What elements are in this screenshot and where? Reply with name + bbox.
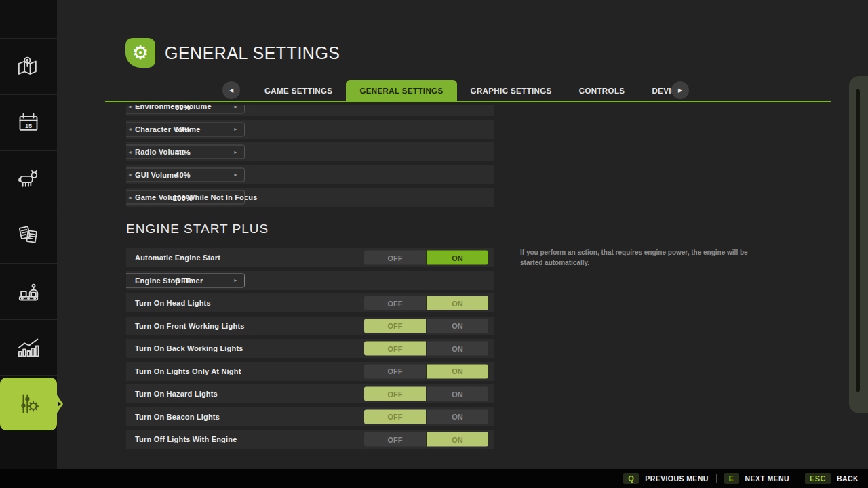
stepper-increase-icon[interactable]: ► — [233, 127, 238, 131]
stepper-value: 40% — [175, 148, 191, 156]
toggle-on-button[interactable]: ON — [427, 342, 488, 356]
toggle-on-button[interactable]: ON — [427, 387, 488, 401]
settings-row: Radio Volume ◄ 40% ► OFF ON — [126, 142, 494, 161]
stepper-control[interactable]: ◄ OFF ► — [126, 273, 245, 287]
chevron-left-icon: ◀ — [229, 87, 233, 94]
tab-bar: GAME SETTINGS GENERAL SETTINGS GRAPHIC S… — [251, 80, 702, 102]
cow-icon — [15, 165, 42, 192]
stepper-decrease-icon[interactable]: ◄ — [127, 195, 132, 200]
sidebar-item-contracts[interactable] — [0, 207, 57, 264]
gear-icon: ⚙ — [132, 42, 149, 64]
stepper-increase-icon[interactable]: ► — [233, 105, 238, 109]
stepper-decrease-icon[interactable]: ◄ — [127, 150, 132, 155]
sidebar: 15 — [0, 0, 57, 469]
footer-hint-label: PREVIOUS MENU — [645, 474, 708, 483]
stepper-control[interactable]: ◄ 60% ► — [126, 105, 245, 114]
toggle-control: OFF ON — [364, 319, 488, 333]
toggle-off-button[interactable]: OFF — [364, 342, 426, 356]
toggle-on-button[interactable]: ON — [427, 432, 488, 447]
settings-row: Turn On Hazard Lights ◄ ► OFF ON — [126, 384, 494, 403]
setting-description: If you perform an action, that requires … — [520, 248, 759, 268]
tab[interactable]: GENERAL SETTINGS — [346, 80, 456, 102]
settings-sliders-gear-icon — [15, 390, 42, 418]
toggle-off-button[interactable]: OFF — [364, 387, 426, 401]
toggle-off-button[interactable]: OFF — [364, 319, 426, 333]
settings-row: Environment Volume ◄ 60% ► OFF ON — [126, 105, 494, 116]
toggle-off-button[interactable]: OFF — [364, 364, 426, 378]
tabs-next-button[interactable]: ▶ — [671, 81, 689, 99]
stepper-decrease-icon[interactable]: ◄ — [127, 127, 132, 131]
stepper-control[interactable]: ◄ 50% ► — [126, 122, 245, 136]
toggle-control: OFF ON — [364, 409, 488, 424]
stepper-control[interactable]: ◄ 100% ► — [126, 190, 245, 205]
stepper-value: 50% — [175, 125, 191, 134]
calendar-icon: 15 — [15, 109, 42, 136]
settings-row: Character Volume ◄ 50% ► OFF ON — [126, 120, 494, 139]
sidebar-item-calendar[interactable]: 15 — [0, 95, 57, 151]
setting-label: Turn Off Lights With Engine — [135, 435, 237, 443]
settings-row: Turn On Back Working Lights ◄ ► OFF ON — [126, 339, 494, 358]
vertical-divider — [511, 110, 511, 450]
tab[interactable]: GAME SETTINGS — [251, 80, 346, 102]
sidebar-item-map[interactable] — [0, 39, 57, 95]
footer-hint[interactable]: E NEXT MENU — [724, 473, 805, 484]
toggle-on-button[interactable]: ON — [427, 319, 488, 333]
setting-label: Turn On Beacon Lights — [135, 413, 220, 421]
setting-label: Turn On Front Working Lights — [135, 322, 245, 330]
documents-icon — [15, 222, 42, 249]
sidebar-spacer — [0, 0, 57, 39]
scrollbar[interactable] — [849, 76, 868, 413]
toggle-on-button[interactable]: ON — [427, 409, 488, 424]
tab[interactable]: CONTROLS — [566, 80, 639, 102]
sidebar-filler — [0, 432, 57, 468]
stepper-increase-icon[interactable]: ► — [233, 278, 238, 283]
toggle-off-button[interactable]: OFF — [364, 251, 426, 265]
scrollbar-track[interactable] — [856, 89, 860, 392]
active-highlight-arrow-icon — [58, 401, 61, 407]
sidebar-item-animals[interactable] — [0, 151, 57, 207]
sidebar-item-production[interactable] — [0, 264, 57, 320]
footer-hint[interactable]: ESC BACK — [805, 473, 859, 484]
settings-panel: Environment Volume ◄ 60% ► OFF ON Charac… — [126, 105, 494, 469]
toggle-on-button[interactable]: ON — [427, 364, 488, 378]
footer-hint-label: BACK — [837, 474, 859, 483]
stepper-control[interactable]: ◄ 40% ► — [126, 145, 245, 159]
volume-settings-list: Environment Volume ◄ 60% ► OFF ON Charac… — [126, 105, 494, 207]
key-badge: Q — [623, 473, 639, 484]
toggle-on-button[interactable]: ON — [427, 296, 488, 310]
settings-row: Turn On Lights Only At Night ◄ ► OFF ON — [126, 362, 494, 381]
page-icon: ⚙ — [125, 38, 155, 68]
tab-underline — [105, 101, 831, 102]
sidebar-item-statistics[interactable] — [0, 320, 57, 376]
toggle-off-button[interactable]: OFF — [364, 432, 426, 447]
toggle-off-button[interactable]: OFF — [364, 409, 426, 424]
stepper-increase-icon[interactable]: ► — [233, 150, 238, 155]
tabs-previous-button[interactable]: ◀ — [222, 81, 240, 99]
production-icon — [15, 278, 42, 305]
footer-hint[interactable]: Q PREVIOUS MENU — [623, 473, 724, 484]
settings-row: Automatic Engine Start ◄ ► OFF ON — [126, 248, 494, 267]
settings-row: Turn On Beacon Lights ◄ ► OFF ON — [126, 407, 494, 426]
chevron-right-icon: ▶ — [678, 87, 682, 94]
sidebar-item-settings[interactable] — [0, 376, 57, 432]
toggle-control: OFF ON — [364, 364, 488, 378]
stepper-value: 100% — [173, 193, 193, 201]
toggle-control: OFF ON — [364, 432, 488, 447]
stepper-decrease-icon[interactable]: ◄ — [127, 172, 132, 177]
stepper-value: 40% — [175, 171, 191, 179]
toggle-off-button[interactable]: OFF — [364, 296, 426, 310]
stepper-increase-icon[interactable]: ► — [233, 172, 238, 177]
tab[interactable]: DEVICES — [638, 80, 701, 102]
toggle-control: OFF ON — [364, 387, 488, 401]
setting-label: Turn On Head Lights — [135, 299, 211, 307]
tab[interactable]: GRAPHIC SETTINGS — [457, 80, 566, 102]
stepper-control[interactable]: ◄ 40% ► — [126, 167, 245, 182]
page-title: GENERAL SETTINGS — [165, 38, 340, 68]
settings-row: Game Volume While Not In Focus ◄ 100% ► … — [126, 188, 494, 207]
stepper-decrease-icon[interactable]: ◄ — [127, 105, 132, 109]
tab-label: GRAPHIC SETTINGS — [471, 87, 552, 95]
general-settings-screen: 15 — [0, 0, 868, 488]
setting-label: Turn On Hazard Lights — [135, 390, 218, 398]
toggle-on-button[interactable]: ON — [427, 251, 488, 265]
stats-chart-icon — [15, 334, 42, 361]
